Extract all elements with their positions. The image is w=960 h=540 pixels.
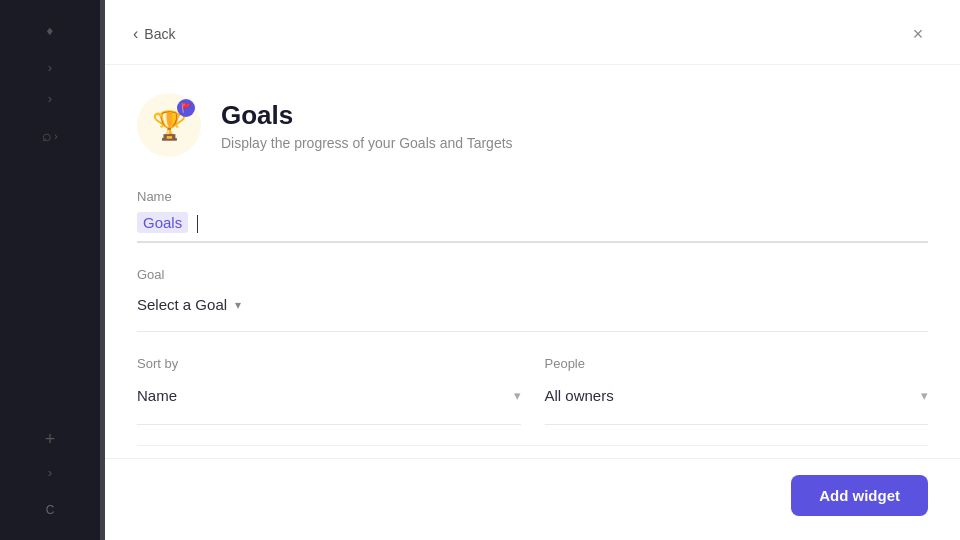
widget-header: 🏆 🚩 Goals Display the progress of your G… [137, 93, 928, 157]
widget-description: Display the progress of your Goals and T… [221, 135, 513, 151]
people-field-col: People All owners ▾ [545, 356, 929, 425]
widget-icon: 🏆 🚩 [137, 93, 201, 157]
flag-badge-icon: 🚩 [177, 99, 195, 117]
modal-header: ‹ Back × [105, 0, 960, 65]
close-button[interactable]: × [904, 20, 932, 48]
sort-field-label: Sort by [137, 356, 521, 371]
sort-people-row: Sort by Name ▾ People All owners ▾ [137, 356, 928, 425]
back-button[interactable]: ‹ Back [133, 25, 175, 43]
add-widget-button[interactable]: Add widget [791, 475, 928, 516]
sort-dropdown-chevron-icon: ▾ [514, 388, 521, 403]
people-dropdown-chevron-icon: ▾ [921, 388, 928, 403]
back-chevron-icon: ‹ [133, 25, 138, 43]
goal-field-group: Goal Select a Goal ▾ [137, 267, 928, 332]
sort-dropdown-value: Name [137, 387, 177, 404]
people-dropdown-value: All owners [545, 387, 614, 404]
sort-dropdown[interactable]: Name ▾ [137, 379, 521, 412]
goals-modal: ‹ Back × 🏆 🚩 Goals Display the progress … [105, 0, 960, 540]
sort-field-col: Sort by Name ▾ [137, 356, 521, 425]
select-goal-chevron-icon: ▾ [235, 298, 241, 312]
people-field-label: People [545, 356, 929, 371]
divider-1 [137, 445, 928, 446]
name-field-row: Goals [137, 212, 928, 243]
text-cursor [197, 215, 198, 233]
goal-field-row: Select a Goal ▾ [137, 290, 928, 332]
name-field-group: Name Goals [137, 189, 928, 243]
widget-title: Goals [221, 100, 513, 131]
modal-footer: Add widget [105, 458, 960, 540]
select-goal-button[interactable]: Select a Goal ▾ [137, 290, 241, 319]
goal-field-label: Goal [137, 267, 928, 282]
name-field-value[interactable]: Goals [137, 212, 188, 233]
back-label: Back [144, 26, 175, 42]
modal-body: 🏆 🚩 Goals Display the progress of your G… [105, 65, 960, 458]
name-field-label: Name [137, 189, 928, 204]
select-goal-label: Select a Goal [137, 296, 227, 313]
close-icon: × [913, 24, 924, 45]
people-dropdown[interactable]: All owners ▾ [545, 379, 929, 412]
widget-title-area: Goals Display the progress of your Goals… [221, 100, 513, 151]
